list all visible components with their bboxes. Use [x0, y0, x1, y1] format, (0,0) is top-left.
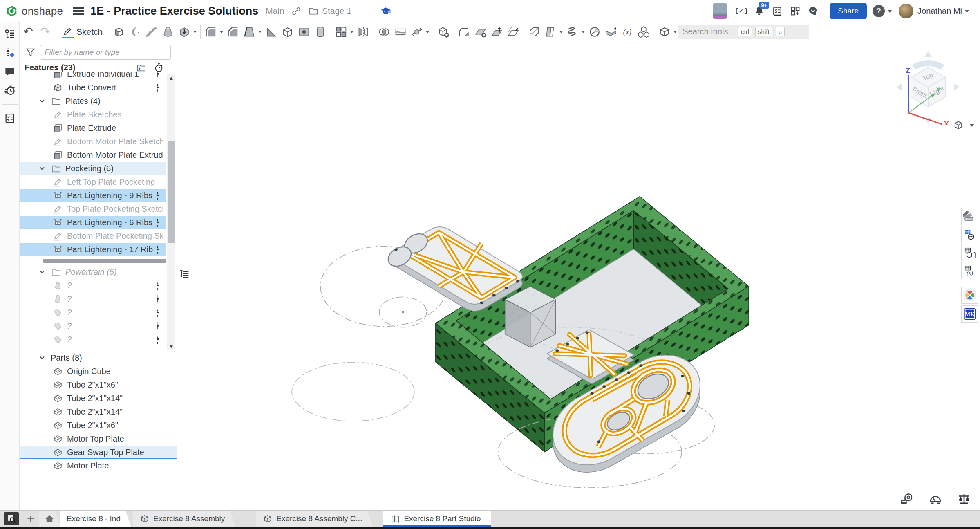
origin-cube[interactable]: [505, 286, 556, 347]
feature-state-dots-icon[interactable]: [153, 334, 163, 345]
document-tab[interactable]: Exercise 8 Part Studio: [383, 511, 491, 527]
part-row[interactable]: Tube 2"x1"x6": [20, 419, 177, 432]
scrollbar-thumb[interactable]: [168, 141, 175, 243]
header-tool-button[interactable]: [732, 2, 750, 20]
rail-tool-button[interactable]: [2, 104, 18, 128]
share-button[interactable]: Share: [830, 3, 867, 19]
document-title[interactable]: 1E - Practice Exercise Solutions: [90, 5, 258, 18]
integrated-app-button[interactable]: [961, 287, 978, 304]
feature-row[interactable]: Extrude Individual 1: [20, 72, 166, 81]
feature-row[interactable]: ?: [20, 333, 166, 346]
toolbar-tool-button[interactable]: [312, 23, 329, 41]
toolbar-tool-button[interactable]: [542, 23, 564, 41]
main-menu-icon[interactable]: [73, 5, 84, 17]
feature-state-dots-icon[interactable]: [153, 191, 163, 201]
feature-row[interactable]: ?: [20, 319, 166, 333]
filter-input[interactable]: [40, 45, 171, 60]
new-folder-icon[interactable]: [136, 62, 147, 73]
rebuild-timer-icon[interactable]: [153, 62, 164, 73]
feature-state-dots-icon[interactable]: [153, 321, 163, 332]
scroll-up-icon[interactable]: ▲: [167, 75, 175, 81]
measure-tool-button[interactable]: [927, 491, 944, 507]
toolbar-tool-button[interactable]: [392, 23, 409, 41]
measure-tool-button[interactable]: [955, 491, 973, 507]
feature-state-dots-icon[interactable]: [153, 307, 163, 318]
toolbar-tool-button[interactable]: [111, 23, 127, 41]
version-name[interactable]: Stage 1: [322, 6, 351, 16]
rail-tool-button[interactable]: [2, 82, 18, 99]
new-tab-button[interactable]: +: [22, 511, 39, 527]
toolbar-tool-button[interactable]: [374, 25, 374, 39]
feature-row[interactable]: Left Top Plate Pocketing: [20, 175, 166, 189]
feature-row[interactable]: Pocketing (6): [20, 162, 166, 175]
toolbar-tool-button[interactable]: [586, 23, 603, 41]
viewport-panel-button[interactable]: [961, 208, 978, 225]
toolbar-tool-button[interactable]: [489, 23, 505, 41]
part-row[interactable]: Motor Top Plate: [20, 432, 177, 446]
link-icon[interactable]: [291, 6, 302, 16]
parts-header-row[interactable]: Parts (8): [20, 351, 177, 365]
view-cube[interactable]: Top Front Right Z X Y: [892, 49, 964, 125]
rail-tool-button[interactable]: [2, 63, 18, 80]
toolbar-tool-button[interactable]: [619, 23, 635, 41]
user-menu-caret-icon[interactable]: [964, 10, 969, 13]
toolbar-tool-button[interactable]: [143, 23, 160, 41]
sketch-button[interactable]: Sketch: [57, 23, 107, 41]
rail-tool-button[interactable]: [2, 26, 18, 42]
toolbar-tool-button[interactable]: [263, 23, 280, 41]
chevron-down-icon[interactable]: [38, 164, 47, 173]
feature-row[interactable]: Bottom Motor Plate Sketch: [20, 135, 166, 148]
chevron-down-icon[interactable]: [38, 96, 47, 105]
viewport-panel-button[interactable]: [961, 226, 978, 243]
feature-row[interactable]: Bottom Motor Plate Extrude: [20, 148, 166, 162]
home-tab-button[interactable]: [39, 511, 60, 527]
toolbar-tool-button[interactable]: [200, 25, 201, 39]
feature-row[interactable]: ?: [20, 279, 166, 292]
chevron-down-icon[interactable]: [38, 267, 47, 276]
integrated-app-button[interactable]: [961, 305, 978, 323]
toolbar-tool-button[interactable]: [654, 25, 654, 39]
feature-row[interactable]: ?: [20, 306, 166, 319]
toolbar-tool-button[interactable]: [225, 23, 241, 41]
document-tab[interactable]: Exercise 8 Assembly C...: [256, 511, 373, 527]
toolbar-tool-button[interactable]: [656, 23, 678, 41]
3d-scene[interactable]: [177, 41, 980, 510]
feature-row[interactable]: Part Lightening - 17 Ribs: [20, 243, 166, 256]
feature-row[interactable]: Tube Convert: [20, 81, 166, 94]
motor-top-plate[interactable]: [385, 227, 522, 311]
chevron-down-icon[interactable]: [38, 353, 47, 362]
onshape-logo[interactable]: onshape: [0, 5, 63, 18]
toolbar-tool-button[interactable]: [505, 23, 521, 41]
header-tool-button[interactable]: [786, 2, 804, 20]
feature-state-dots-icon[interactable]: [153, 72, 163, 80]
feature-row[interactable]: Powertrain (5): [20, 265, 166, 279]
workspace-name[interactable]: Main: [266, 6, 284, 16]
part-row[interactable]: Gear Swap Top Plate: [20, 446, 177, 459]
feature-row[interactable]: Plates (4): [20, 94, 166, 108]
viewport-panel-button[interactable]: [961, 262, 978, 279]
graphics-viewport[interactable]: Top Front Right Z X Y: [177, 41, 980, 510]
feature-row[interactable]: [20, 256, 166, 265]
toolbar-tool-button[interactable]: [526, 23, 542, 41]
view-options-button[interactable]: [952, 119, 974, 131]
toolbar-tool-button[interactable]: [160, 23, 176, 41]
header-tool-button[interactable]: 9+: [750, 2, 768, 20]
feature-state-dots-icon[interactable]: [153, 280, 163, 291]
user-name[interactable]: Jonathan Mi: [917, 7, 962, 16]
toolbar-tool-button[interactable]: [603, 23, 619, 41]
toolbar-tool-button[interactable]: [433, 25, 433, 39]
feature-row[interactable]: Top Plate Pocketing Sketch: [20, 202, 166, 216]
education-badge-icon[interactable]: [380, 5, 392, 17]
toolbar-tool-button[interactable]: [296, 23, 312, 41]
header-tool-button[interactable]: [804, 2, 822, 20]
feature-row[interactable]: Plate Sketches: [20, 108, 166, 121]
rail-tool-button[interactable]: [2, 45, 18, 61]
toolbar-tool-button[interactable]: [280, 23, 296, 41]
part-row[interactable]: Origin Cube: [20, 365, 177, 378]
feature-panel-collapse-button[interactable]: [177, 263, 192, 285]
toolbar-tool-button[interactable]: [355, 23, 371, 41]
part-row[interactable]: Tube 2"x1"x14": [20, 392, 177, 405]
help-caret-icon[interactable]: [887, 10, 892, 13]
version-folder-icon[interactable]: [308, 6, 319, 16]
toolbar-tool-button[interactable]: [472, 23, 489, 41]
